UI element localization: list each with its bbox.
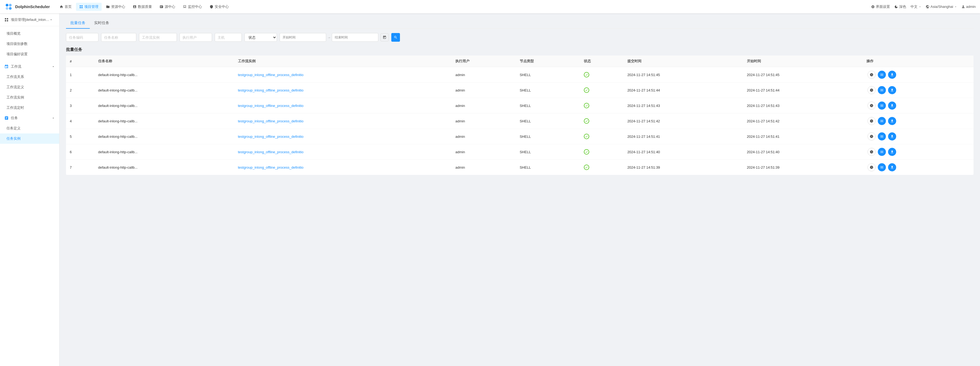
svg-point-2 (6, 7, 8, 10)
detail-button[interactable] (878, 86, 886, 94)
status-select[interactable]: 状态 运行中 成功 失败 暂停 停止 等待 (245, 33, 277, 42)
nav-source-center[interactable]: 源中心 (156, 3, 178, 11)
host-input[interactable] (215, 33, 242, 42)
status-badge (584, 149, 589, 155)
view-log-button[interactable] (867, 133, 876, 141)
detail-button[interactable] (878, 133, 886, 141)
cell-task-name: default-inlong-http-callb... (94, 83, 234, 98)
download-button[interactable] (888, 163, 896, 171)
cell-workflow-instance[interactable]: testgroup_inlong_offline_process_definit… (234, 144, 452, 160)
detail-button[interactable] (878, 163, 886, 171)
status-badge (584, 88, 589, 93)
sidebar-item-workflow-instance[interactable]: 工作流实例 (0, 92, 59, 102)
cell-status (580, 160, 623, 175)
cell-actions (863, 144, 974, 160)
detail-button[interactable] (878, 148, 886, 156)
view-log-button[interactable] (867, 102, 876, 110)
cell-status (580, 144, 623, 160)
project-header[interactable]: 项目管理[default_inlong_.... (0, 14, 59, 26)
col-task-name: 任务名称 (94, 56, 234, 67)
workflow-instance-link[interactable]: testgroup_inlong_offline_process_definit… (238, 150, 304, 154)
cell-executor: admin (452, 83, 516, 98)
sidebar-item-workflow-relations[interactable]: 工作流关系 (0, 72, 59, 82)
svg-rect-10 (5, 20, 6, 21)
workflow-instance-input[interactable] (139, 33, 177, 42)
user-menu[interactable]: admin (961, 5, 976, 9)
download-button[interactable] (888, 117, 896, 125)
detail-button[interactable] (878, 102, 886, 110)
nav-security-center[interactable]: 安全中心 (206, 3, 232, 11)
view-log-button[interactable] (867, 163, 876, 171)
cell-workflow-instance[interactable]: testgroup_inlong_offline_process_definit… (234, 83, 452, 98)
tab-realtime-task[interactable]: 实时任务 (90, 18, 114, 29)
nav-data-quality[interactable]: 数据质量 (129, 3, 155, 11)
logo: DolphinScheduler (4, 2, 50, 11)
task-group-header[interactable]: 任务 (0, 113, 59, 123)
cell-index: 1 (66, 67, 94, 83)
cell-workflow-instance[interactable]: testgroup_inlong_offline_process_definit… (234, 67, 452, 83)
executor-input[interactable] (180, 33, 212, 42)
cell-node-type: SHELL (516, 144, 580, 160)
download-button[interactable] (888, 86, 896, 94)
tab-batch-task[interactable]: 批量任务 (66, 18, 90, 29)
nav-home[interactable]: 首页 (56, 3, 75, 11)
download-button[interactable] (888, 102, 896, 110)
download-icon (890, 119, 894, 123)
svg-rect-4 (80, 5, 81, 6)
workflow-instance-link[interactable]: testgroup_inlong_offline_process_definit… (238, 165, 304, 169)
svg-rect-11 (7, 20, 8, 21)
view-log-button[interactable] (867, 86, 876, 94)
sidebar-item-workflow-timer[interactable]: 工作流定时 (0, 102, 59, 113)
workflow-instance-link[interactable]: testgroup_inlong_offline_process_definit… (238, 119, 304, 123)
download-button[interactable] (888, 71, 896, 79)
workflow-group-header[interactable]: 工作流 (0, 61, 59, 72)
detail-button[interactable] (878, 117, 886, 125)
cell-executor: admin (452, 98, 516, 113)
download-icon (890, 165, 894, 169)
workflow-instance-link[interactable]: testgroup_inlong_offline_process_definit… (238, 73, 304, 77)
sidebar: 项目管理[default_inlong_.... 项目概览 项目级别参数 项目偏… (0, 14, 59, 366)
workflow-instance-link[interactable]: testgroup_inlong_offline_process_definit… (238, 134, 304, 139)
clock-icon (870, 134, 873, 138)
task-code-input[interactable] (66, 33, 99, 42)
sidebar-item-workflow-definition[interactable]: 工作流定义 (0, 82, 59, 92)
cell-workflow-instance[interactable]: testgroup_inlong_offline_process_definit… (234, 160, 452, 175)
cell-workflow-instance[interactable]: testgroup_inlong_offline_process_definit… (234, 129, 452, 144)
cell-workflow-instance[interactable]: testgroup_inlong_offline_process_definit… (234, 98, 452, 113)
lang-select[interactable]: 中文 (910, 4, 921, 9)
sidebar-item-project-preferences[interactable]: 项目偏好设置 (0, 49, 59, 59)
sidebar-item-project-params[interactable]: 项目级别参数 (0, 39, 59, 49)
cell-index: 4 (66, 113, 94, 129)
svg-rect-9 (7, 18, 8, 19)
settings-button[interactable]: 界面设置 (871, 4, 890, 9)
theme-toggle[interactable]: 深色 (894, 4, 906, 9)
search-button[interactable] (391, 33, 400, 42)
table-row: 5 default-inlong-http-callb... testgroup… (66, 129, 974, 144)
start-time-input[interactable] (280, 33, 326, 42)
download-button[interactable] (888, 148, 896, 156)
col-submit-time: 提交时间 (624, 56, 743, 67)
view-log-button[interactable] (867, 117, 876, 125)
download-button[interactable] (888, 133, 896, 141)
nav-monitor-center[interactable]: 监控中心 (180, 3, 205, 11)
timezone-select[interactable]: Asia/Shanghai (926, 5, 957, 9)
task-name-input[interactable] (101, 33, 136, 42)
view-log-button[interactable] (867, 148, 876, 156)
nav-resource-center[interactable]: 资源中心 (103, 3, 129, 11)
calendar-button[interactable] (380, 33, 388, 42)
end-time-input[interactable] (332, 33, 378, 42)
sidebar-item-task-instance[interactable]: 任务实例 (0, 133, 59, 144)
view-log-button[interactable] (867, 71, 876, 79)
cell-workflow-instance[interactable]: testgroup_inlong_offline_process_definit… (234, 113, 452, 129)
cell-task-name: default-inlong-http-callb... (94, 113, 234, 129)
detail-button[interactable] (878, 71, 886, 79)
nav-items: 首页 项目管理 资源中心 数据质量 源中心 监控中心 安全中心 (56, 3, 871, 11)
nav-project-management[interactable]: 项目管理 (76, 3, 102, 11)
date-range: → (280, 33, 388, 42)
workflow-instance-link[interactable]: testgroup_inlong_offline_process_definit… (238, 88, 304, 92)
sidebar-item-task-definition[interactable]: 任务定义 (0, 123, 59, 133)
cell-node-type: SHELL (516, 98, 580, 113)
cell-status (580, 129, 623, 144)
sidebar-item-project-overview[interactable]: 项目概览 (0, 29, 59, 39)
workflow-instance-link[interactable]: testgroup_inlong_offline_process_definit… (238, 104, 304, 108)
